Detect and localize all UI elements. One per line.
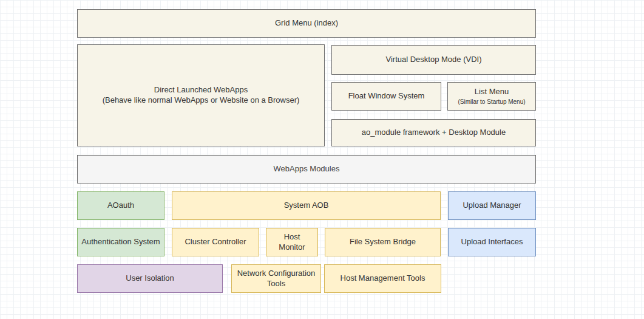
upload-manager-box: Upload Manager	[448, 191, 536, 220]
grid-menu-label: Grid Menu (index)	[275, 18, 338, 29]
network-configuration-tools-box: Network Configuration Tools	[231, 264, 321, 293]
network-configuration-tools-label: Network Configuration Tools	[236, 269, 317, 289]
ao-module-framework-label: ao_module framework + Desktop Module	[362, 128, 506, 138]
system-aob-box: System AOB	[172, 191, 441, 220]
host-monitor-label: Host Monitor	[270, 232, 314, 253]
aoauth-box: AOauth	[77, 191, 164, 220]
virtual-desktop-mode-box: Virtual Desktop Mode (VDI)	[331, 45, 536, 75]
host-management-tools-box: Host Management Tools	[324, 264, 441, 293]
file-system-bridge-label: File System Bridge	[350, 237, 416, 247]
authentication-system-label: Authentication System	[81, 237, 160, 247]
float-window-system-label: Float Window System	[348, 91, 425, 101]
upload-interfaces-box: Upload Interfaces	[448, 228, 536, 256]
cluster-controller-label: Cluster Controller	[185, 237, 246, 247]
list-menu-subtitle: (Similar to Startup Menu)	[458, 98, 525, 106]
webapps-modules-label: WebApps Modules	[274, 164, 340, 174]
system-aob-label: System AOB	[284, 201, 329, 211]
virtual-desktop-mode-label: Virtual Desktop Mode (VDI)	[386, 55, 482, 65]
direct-launched-webapps-description: (Behave like normal WebApps or Website o…	[103, 95, 300, 106]
aoauth-label: AOauth	[107, 201, 134, 211]
file-system-bridge-box: File System Bridge	[325, 228, 441, 256]
host-management-tools-label: Host Management Tools	[341, 273, 425, 284]
upload-interfaces-label: Upload Interfaces	[461, 237, 523, 247]
host-monitor-box: Host Monitor	[266, 228, 318, 256]
float-window-system-box: Float Window System	[331, 82, 441, 111]
grid-menu-box: Grid Menu (index)	[77, 9, 536, 38]
list-menu-box: List Menu (Similar to Startup Menu)	[447, 82, 536, 111]
direct-launched-webapps-label: Direct Launched WebApps	[154, 85, 248, 95]
user-isolation-label: User Isolation	[126, 273, 174, 284]
list-menu-label: List Menu	[475, 87, 509, 97]
ao-module-framework-box: ao_module framework + Desktop Module	[331, 119, 536, 146]
diagram-canvas: Grid Menu (index) Direct Launched WebApp…	[0, 0, 644, 319]
user-isolation-box: User Isolation	[77, 264, 223, 293]
upload-manager-label: Upload Manager	[463, 201, 521, 211]
cluster-controller-box: Cluster Controller	[172, 228, 259, 256]
webapps-modules-box: WebApps Modules	[77, 155, 536, 184]
authentication-system-box: Authentication System	[77, 228, 164, 256]
direct-launched-webapps-box: Direct Launched WebApps (Behave like nor…	[77, 44, 325, 146]
